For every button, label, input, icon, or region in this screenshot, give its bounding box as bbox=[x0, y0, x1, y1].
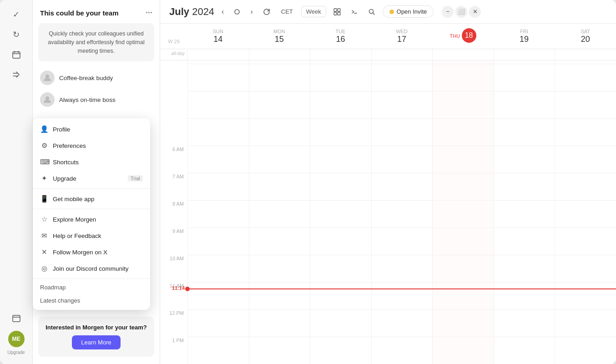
cal-cell-12-4[interactable] bbox=[432, 309, 494, 337]
cal-cell-3-1[interactable] bbox=[249, 64, 310, 91]
cal-cell-11-3[interactable] bbox=[371, 282, 433, 309]
cal-cell-3-6[interactable] bbox=[555, 64, 616, 91]
cal-cell-2-0[interactable] bbox=[187, 61, 249, 64]
terminal-button[interactable] bbox=[348, 6, 361, 17]
cal-cell-5-6[interactable] bbox=[555, 118, 616, 146]
cal-cell-10-5[interactable] bbox=[494, 255, 555, 282]
cal-cell-13-1[interactable] bbox=[249, 337, 310, 364]
allday-fri[interactable] bbox=[494, 49, 555, 60]
sidebar-loop-icon[interactable]: ↻ bbox=[7, 25, 25, 44]
sidebar-calendar2-icon[interactable] bbox=[7, 309, 25, 327]
cal-cell-10-1[interactable] bbox=[249, 255, 310, 282]
cal-cell-7-1[interactable] bbox=[249, 173, 310, 200]
cal-cell-13-4[interactable] bbox=[432, 337, 494, 364]
cal-cell-4-1[interactable] bbox=[249, 91, 310, 118]
cal-cell-4-6[interactable] bbox=[555, 91, 616, 118]
sidebar-shuffle-icon[interactable] bbox=[7, 66, 25, 84]
avatar[interactable]: ME bbox=[8, 331, 25, 347]
cal-cell-9-0[interactable] bbox=[187, 228, 249, 255]
allday-tue[interactable] bbox=[310, 49, 371, 60]
cal-cell-2-4[interactable] bbox=[432, 61, 494, 64]
cal-cell-2-2[interactable] bbox=[310, 61, 371, 64]
cal-cell-11-0[interactable] bbox=[187, 282, 249, 309]
cal-cell-4-4[interactable] bbox=[432, 91, 494, 118]
timezone-button[interactable]: CET bbox=[278, 6, 297, 17]
cal-cell-2-6[interactable] bbox=[555, 61, 616, 64]
sidebar-calendar-icon[interactable] bbox=[7, 46, 25, 64]
grid-view-button[interactable] bbox=[331, 6, 343, 17]
minimize-button[interactable]: − bbox=[442, 6, 454, 18]
cal-cell-5-5[interactable] bbox=[494, 118, 555, 146]
search-button[interactable] bbox=[365, 6, 378, 17]
allday-sun[interactable] bbox=[187, 49, 249, 60]
cal-cell-11-5[interactable] bbox=[494, 282, 555, 309]
menu-item-mobile[interactable]: 📱 Get mobile app bbox=[33, 191, 150, 207]
cal-cell-3-0[interactable] bbox=[187, 64, 249, 91]
cal-cell-13-0[interactable] bbox=[187, 337, 249, 364]
calendar-body[interactable]: 6 AM7 AM8 AM9 AM10 AM11 AM12 PM1 PM11:14 bbox=[160, 61, 616, 364]
learn-more-button[interactable]: Learn More bbox=[72, 335, 120, 349]
open-invite-button[interactable]: Open Invite bbox=[383, 5, 434, 18]
allday-thu[interactable] bbox=[432, 49, 494, 60]
cal-cell-5-4[interactable] bbox=[432, 118, 494, 146]
cal-cell-9-5[interactable] bbox=[494, 228, 555, 255]
allday-wed[interactable] bbox=[371, 49, 433, 60]
cal-cell-13-5[interactable] bbox=[494, 337, 555, 364]
menu-item-explore[interactable]: ☆ Explore Morgen bbox=[33, 211, 150, 228]
cal-cell-9-3[interactable] bbox=[371, 228, 433, 255]
cal-cell-4-5[interactable] bbox=[494, 91, 555, 118]
cal-cell-10-6[interactable] bbox=[555, 255, 616, 282]
menu-item-twitter[interactable]: ✕ Follow Morgen on X bbox=[33, 244, 150, 260]
cal-cell-9-2[interactable] bbox=[310, 228, 371, 255]
cal-cell-2-1[interactable] bbox=[249, 61, 310, 64]
cal-cell-13-2[interactable] bbox=[310, 337, 371, 364]
cal-cell-12-0[interactable] bbox=[187, 309, 249, 337]
menu-item-discord[interactable]: ◎ Join our Discord community bbox=[33, 260, 150, 277]
view-selector[interactable]: Week bbox=[301, 6, 326, 17]
cal-cell-12-2[interactable] bbox=[310, 309, 371, 337]
team-member-2[interactable]: Always on-time boss bbox=[33, 89, 160, 111]
cal-cell-7-4[interactable] bbox=[432, 173, 494, 200]
menu-item-preferences[interactable]: ⚙ Preferences bbox=[33, 137, 150, 154]
maximize-button[interactable]: ⬜ bbox=[455, 6, 467, 18]
cal-cell-7-6[interactable] bbox=[555, 173, 616, 200]
menu-item-shortcuts[interactable]: ⌨ Shortcuts bbox=[33, 154, 150, 170]
cal-cell-5-2[interactable] bbox=[310, 118, 371, 146]
cal-cell-6-3[interactable] bbox=[371, 146, 433, 173]
cal-cell-12-1[interactable] bbox=[249, 309, 310, 337]
cal-cell-6-5[interactable] bbox=[494, 146, 555, 173]
cal-cell-12-6[interactable] bbox=[555, 309, 616, 337]
cal-cell-6-1[interactable] bbox=[249, 146, 310, 173]
cal-cell-11-4[interactable] bbox=[432, 282, 494, 309]
cal-cell-7-5[interactable] bbox=[494, 173, 555, 200]
menu-item-profile[interactable]: 👤 Profile bbox=[33, 121, 150, 137]
team-member-1[interactable]: Coffee-break buddy bbox=[33, 67, 160, 89]
cal-cell-3-2[interactable] bbox=[310, 64, 371, 91]
cal-cell-4-0[interactable] bbox=[187, 91, 249, 118]
cal-cell-10-4[interactable] bbox=[432, 255, 494, 282]
cal-cell-11-2[interactable] bbox=[310, 282, 371, 309]
cal-cell-2-5[interactable] bbox=[494, 61, 555, 64]
cal-cell-13-6[interactable] bbox=[555, 337, 616, 364]
menu-item-feedback[interactable]: ✉ Help or Feedback bbox=[33, 228, 150, 244]
cal-cell-8-2[interactable] bbox=[310, 200, 371, 228]
allday-sat[interactable] bbox=[555, 49, 616, 60]
cal-cell-10-0[interactable] bbox=[187, 255, 249, 282]
cal-cell-9-1[interactable] bbox=[249, 228, 310, 255]
cal-cell-9-6[interactable] bbox=[555, 228, 616, 255]
team-more-button[interactable]: ··· bbox=[146, 8, 152, 18]
cal-cell-3-5[interactable] bbox=[494, 64, 555, 91]
cal-cell-5-0[interactable] bbox=[187, 118, 249, 146]
cal-cell-7-3[interactable] bbox=[371, 173, 433, 200]
cal-cell-8-6[interactable] bbox=[555, 200, 616, 228]
cal-cell-6-2[interactable] bbox=[310, 146, 371, 173]
cal-cell-11-6[interactable] bbox=[555, 282, 616, 309]
cal-cell-11-1[interactable] bbox=[249, 282, 310, 309]
cal-cell-7-0[interactable] bbox=[187, 173, 249, 200]
cal-cell-5-1[interactable] bbox=[249, 118, 310, 146]
cal-cell-4-2[interactable] bbox=[310, 91, 371, 118]
close-button[interactable]: ✕ bbox=[469, 6, 481, 18]
cal-cell-12-3[interactable] bbox=[371, 309, 433, 337]
cal-cell-7-2[interactable] bbox=[310, 173, 371, 200]
cal-cell-2-3[interactable] bbox=[371, 61, 433, 64]
